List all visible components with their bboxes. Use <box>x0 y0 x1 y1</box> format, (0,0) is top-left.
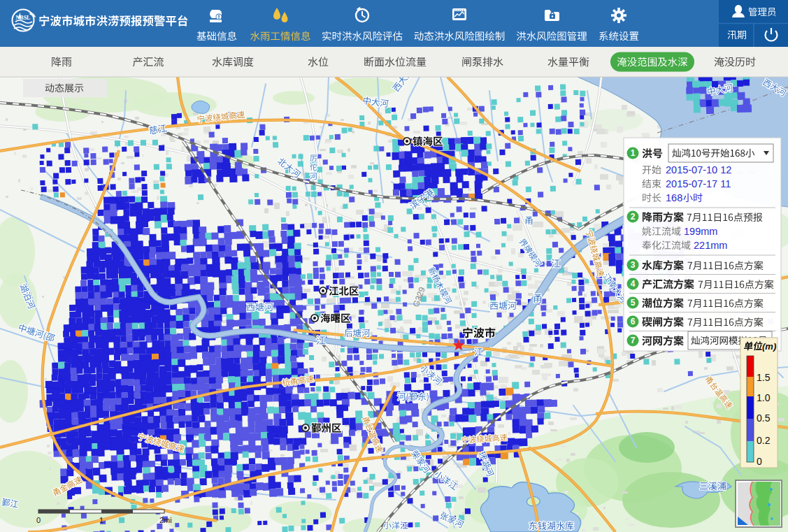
svg-text:1: 1 <box>631 148 636 158</box>
svg-text:NBSL: NBSL <box>16 15 31 21</box>
svg-text:199mm: 199mm <box>684 226 717 237</box>
svg-text:2mi: 2mi <box>159 516 172 524</box>
svg-text:1.5: 1.5 <box>757 372 771 383</box>
svg-text:0: 0 <box>36 516 41 524</box>
svg-text:3: 3 <box>631 260 636 270</box>
svg-text:0: 0 <box>757 456 762 467</box>
svg-text:5: 5 <box>631 298 636 308</box>
svg-text:0.2: 0.2 <box>757 435 771 446</box>
svg-text:2015-07-10 12: 2015-07-10 12 <box>666 164 731 175</box>
svg-text:221mm: 221mm <box>694 240 727 251</box>
svg-text:(m): (m) <box>762 341 776 352</box>
svg-text:168: 168 <box>666 192 682 203</box>
svg-text:2: 2 <box>631 212 636 222</box>
svg-text:1.0: 1.0 <box>757 392 771 403</box>
svg-text:4: 4 <box>631 279 636 289</box>
svg-text:1: 1 <box>99 516 103 524</box>
svg-text:6: 6 <box>631 317 636 326</box>
svg-text:2015-07-17 11: 2015-07-17 11 <box>666 178 731 189</box>
svg-text:7: 7 <box>631 336 636 345</box>
svg-text:0.5: 0.5 <box>757 412 771 424</box>
